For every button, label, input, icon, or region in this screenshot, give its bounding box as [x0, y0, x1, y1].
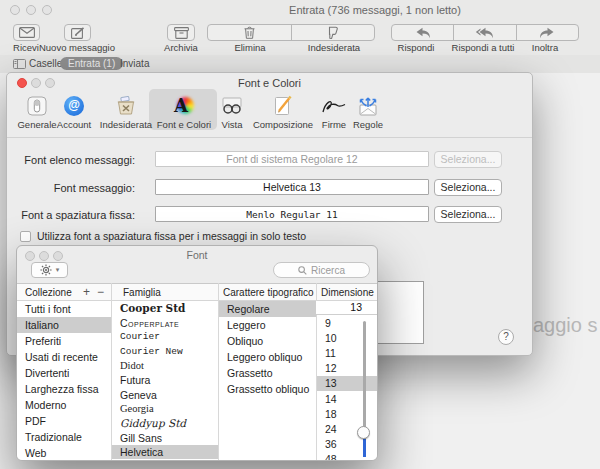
size-item[interactable]: 11 [317, 345, 378, 360]
family-list: Cooper StdCopperplateCourierCourier NewD… [112, 301, 218, 460]
collection-item[interactable]: Tutti i font [17, 301, 111, 317]
fixed-width-font-select-button[interactable]: Seleziona... [434, 206, 502, 223]
font-panel-title: Font [17, 249, 377, 261]
preview-box [371, 281, 424, 344]
size-value-field[interactable]: 13 [316, 301, 378, 315]
collection-item[interactable]: Larghezza fissa [17, 381, 111, 397]
size-slider-fill [363, 439, 366, 457]
action-menu-button[interactable]: ▾ [31, 262, 68, 278]
font-panel-header-row: Collezione + − Famiglia Carattere tipogr… [17, 283, 377, 301]
fixed-width-checkbox[interactable] [20, 231, 31, 242]
collection-item[interactable]: Usati di recente [17, 349, 111, 365]
family-item[interactable]: Geneva [112, 387, 218, 401]
zoom-button[interactable] [42, 5, 52, 15]
size-list: 9101112131418243648 [317, 315, 378, 460]
delete-junk-group [207, 24, 375, 41]
background-message-text: aggio s [533, 314, 598, 337]
reply-button[interactable] [392, 25, 453, 40]
junk-label: Indesiderata [308, 42, 360, 53]
collection-item[interactable]: Moderno [17, 397, 111, 413]
receive-label: Ricevi [13, 42, 39, 53]
family-item[interactable]: Giddyup Std [112, 416, 218, 430]
add-collection-button[interactable]: + [83, 285, 90, 299]
delete-button[interactable] [208, 25, 291, 40]
archive-button[interactable] [167, 24, 195, 41]
message-list-font-select-button: Seleziona... [434, 151, 502, 168]
mail-window-title: Entrata (736 messaggi, 1 non letto) [250, 4, 500, 16]
size-item[interactable]: 36 [317, 437, 378, 452]
toolbar-separator [7, 137, 532, 138]
mail-titlebar: Entrata (736 messaggi, 1 non letto) [0, 0, 600, 22]
family-item[interactable]: Copperplate [112, 315, 218, 329]
size-item[interactable]: 10 [317, 330, 378, 345]
search-placeholder: Ricerca [311, 265, 345, 276]
family-item[interactable]: Didot [112, 359, 218, 373]
collection-item[interactable]: PDF [17, 413, 111, 429]
prefs-tab-rules[interactable]: Regole [333, 93, 403, 130]
archive-icon [174, 27, 189, 39]
collection-list: Tutti i fontItalianoPreferitiUsati di re… [17, 301, 111, 460]
message-font-field[interactable]: Helvetica 13 [155, 179, 429, 195]
receive-button[interactable] [13, 24, 40, 41]
size-item[interactable]: 18 [317, 406, 378, 421]
typeface-item[interactable]: Grassetto obliquo [219, 381, 316, 397]
family-item[interactable]: Gill Sans [112, 431, 218, 445]
reply-label: Rispondi [398, 42, 435, 53]
collection-item[interactable]: Web [17, 445, 111, 460]
envelope-icon [19, 27, 35, 38]
collection-item[interactable]: Preferiti [17, 333, 111, 349]
collection-item[interactable]: Divertenti [17, 365, 111, 381]
typeface-item[interactable]: Leggero obliquo [219, 349, 316, 365]
size-item[interactable]: 13 [317, 376, 378, 391]
junk-button[interactable] [291, 25, 375, 40]
minimize-button[interactable] [26, 5, 36, 15]
tab-mailboxes[interactable]: Caselle [29, 58, 62, 69]
family-item[interactable]: Courier [112, 330, 218, 344]
size-item[interactable]: 12 [317, 361, 378, 376]
size-item[interactable]: 48 [317, 452, 378, 460]
typeface-header: Carattere tipografico [223, 287, 314, 298]
tab-sent[interactable]: Inviata [120, 58, 149, 69]
collection-item[interactable]: Tradizionale [17, 429, 111, 445]
fixed-width-font-field[interactable]: Menlo Regular 11 [155, 206, 429, 222]
message-font-select-button[interactable]: Seleziona... [434, 179, 502, 196]
forward-button[interactable] [516, 25, 578, 40]
tab-inbox[interactable]: Entrata (1) [60, 57, 123, 70]
column-divider [111, 283, 112, 460]
remove-collection-button[interactable]: − [97, 285, 104, 299]
search-icon [298, 266, 307, 275]
reply-all-icon [475, 27, 494, 39]
new-message-button[interactable] [64, 24, 91, 41]
family-item[interactable]: Helvetica [112, 445, 218, 459]
forward-label: Inoltra [532, 42, 558, 53]
column-divider [218, 283, 219, 460]
close-button[interactable] [10, 5, 20, 15]
family-item[interactable]: Futura [112, 373, 218, 387]
collection-item[interactable]: Italiano [17, 317, 111, 333]
message-list-font-field: Font di sistema Regolare 12 [155, 151, 429, 167]
mailboxes-icon [13, 59, 26, 69]
chevron-down-icon: ▾ [56, 266, 60, 274]
screen: Entrata (736 messaggi, 1 non letto) Rice… [0, 0, 600, 469]
typeface-item[interactable]: Grassetto [219, 365, 316, 381]
size-slider-thumb[interactable] [357, 426, 370, 439]
delete-label: Elimina [234, 42, 265, 53]
font-panel-lists: Tutti i fontItalianoPreferitiUsati di re… [17, 301, 377, 460]
reply-group [391, 24, 579, 41]
search-input[interactable]: Ricerca [273, 262, 370, 278]
reply-all-label: Rispondi a tutti [452, 42, 515, 53]
size-header: Dimensione [321, 287, 374, 298]
family-item[interactable]: Courier New [112, 344, 218, 358]
typeface-list: RegolareLeggeroObliquoLeggero obliquoGra… [219, 301, 316, 460]
size-item[interactable]: 9 [317, 315, 378, 330]
typeface-item[interactable]: Leggero [219, 317, 316, 333]
family-item[interactable]: Georgia [112, 402, 218, 416]
typeface-item[interactable]: Regolare [219, 301, 316, 317]
family-item[interactable]: Cooper Std [112, 301, 218, 315]
help-button[interactable]: ? [498, 329, 514, 345]
typeface-item[interactable]: Obliquo [219, 333, 316, 349]
preferences-title: Font e Colori [7, 77, 532, 89]
size-item[interactable]: 14 [317, 391, 378, 406]
reply-icon [415, 27, 431, 39]
reply-all-button[interactable] [453, 25, 515, 40]
